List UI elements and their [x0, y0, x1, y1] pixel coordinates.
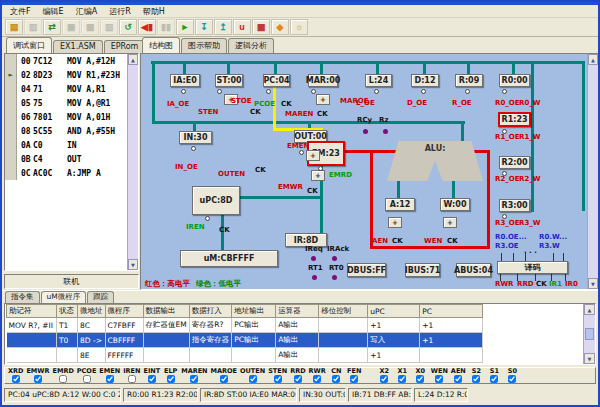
- scroll-down-icon[interactable]: ▼: [128, 259, 138, 270]
- breakpoint-gutter[interactable]: ►: [5, 96, 17, 110]
- table-row[interactable]: T0 8D -> CBFFFF 指令寄存器 PC输出 A输出 写入 +1: [7, 333, 483, 348]
- table-header-cell[interactable]: 地址输出: [232, 305, 276, 318]
- table-header-cell[interactable]: PC: [420, 305, 483, 318]
- signal-checkbox-input[interactable]: [350, 375, 358, 383]
- breakpoint-gutter[interactable]: ►: [5, 82, 17, 96]
- code-line[interactable]: ► 02 8D23 MOV R1,#23H: [5, 68, 127, 82]
- signal-checkbox[interactable]: IREN: [123, 368, 140, 383]
- signal-checkbox[interactable]: ELP: [163, 368, 178, 383]
- scroll-down-icon[interactable]: ▼: [588, 278, 598, 289]
- breakpoint-gutter[interactable]: ►: [5, 110, 17, 124]
- signal-checkbox-input[interactable]: [313, 375, 321, 383]
- toolbar-button[interactable]: ◀▮: [138, 19, 156, 35]
- signal-checkbox-input[interactable]: [59, 375, 67, 383]
- scroll-up-icon[interactable]: ▲: [588, 54, 598, 65]
- toolbar-button[interactable]: ▦: [62, 19, 80, 35]
- table-header-cell[interactable]: uPC: [368, 305, 420, 318]
- signal-checkbox-input[interactable]: [220, 375, 228, 383]
- breakpoint-gutter[interactable]: ►: [5, 166, 17, 180]
- toolbar-button[interactable]: ◆: [271, 19, 289, 35]
- signal-checkbox[interactable]: CN: [329, 368, 344, 383]
- signal-checkbox-input[interactable]: [12, 375, 20, 383]
- signal-checkbox[interactable]: MAREN: [181, 368, 207, 383]
- toolbar-button[interactable]: u: [233, 19, 251, 35]
- signal-checkbox[interactable]: X2: [377, 368, 392, 383]
- signal-checkbox-input[interactable]: [332, 375, 340, 383]
- scroll-down-icon[interactable]: ▼: [584, 353, 595, 364]
- diagram-tab[interactable]: 结构图: [142, 37, 180, 53]
- signal-checkbox[interactable]: MAROE: [211, 368, 237, 383]
- signal-checkbox[interactable]: EMEN: [99, 368, 120, 383]
- signal-checkbox[interactable]: EMRD: [53, 368, 74, 383]
- signal-checkbox[interactable]: EINT: [143, 368, 160, 383]
- table-header-cell[interactable]: 微程序: [105, 305, 143, 318]
- code-line[interactable]: ► 04 71 MOV A,R1: [5, 82, 127, 96]
- toolbar-button[interactable]: ▦: [252, 19, 270, 35]
- signal-checkbox-input[interactable]: [472, 375, 480, 383]
- scroll-up-icon[interactable]: ▲: [128, 54, 138, 65]
- table-header-cell[interactable]: 数据输出: [143, 305, 189, 318]
- code-line[interactable]: ► 08 5C55 AND A,#55H: [5, 124, 127, 138]
- scroll-up-icon[interactable]: ▲: [584, 304, 595, 315]
- scrollbar-thumb[interactable]: [585, 328, 594, 340]
- signal-checkbox-input[interactable]: [148, 375, 156, 383]
- signal-checkbox[interactable]: S2: [469, 368, 484, 383]
- debug-tab[interactable]: 调试窗口: [6, 37, 52, 53]
- toolbar-button[interactable]: ▤: [5, 19, 23, 35]
- code-line[interactable]: ► 0C AC0C A:JMP A: [5, 166, 127, 180]
- signal-checkbox-input[interactable]: [398, 375, 406, 383]
- signal-checkbox[interactable]: X0: [413, 368, 428, 383]
- signal-checkbox[interactable]: RWR: [309, 368, 326, 383]
- signal-checkbox-input[interactable]: [435, 375, 443, 383]
- toolbar-button[interactable]: ▮▮: [157, 19, 175, 35]
- menu-item[interactable]: 帮助H: [137, 6, 171, 17]
- table-row[interactable]: 8E FFFFFF A输出 +1: [7, 348, 483, 363]
- signal-checkbox[interactable]: AEN: [451, 368, 466, 383]
- toolbar-button[interactable]: ▥: [100, 19, 118, 35]
- toolbar-button[interactable]: ↥: [214, 19, 232, 35]
- code-line[interactable]: ► 0B C4 OUT: [5, 152, 127, 166]
- signal-checkbox[interactable]: OUTEN: [240, 368, 265, 383]
- menu-item[interactable]: 文件F: [4, 6, 37, 17]
- signal-checkbox-input[interactable]: [416, 375, 424, 383]
- breakpoint-gutter[interactable]: ►: [5, 54, 17, 68]
- signal-checkbox[interactable]: S0: [505, 368, 520, 383]
- signal-checkbox[interactable]: X1: [395, 368, 410, 383]
- breakpoint-gutter[interactable]: ►: [5, 138, 17, 152]
- signal-checkbox[interactable]: PCOE: [77, 368, 97, 383]
- toolbar-button[interactable]: ☼: [290, 19, 308, 35]
- code-scrollbar[interactable]: ▲ ▼: [127, 54, 138, 270]
- signal-checkbox-input[interactable]: [167, 375, 175, 383]
- code-line[interactable]: ► 00 7C12 MOV A,#12H: [5, 54, 127, 68]
- signal-checkbox[interactable]: WEN: [431, 368, 448, 383]
- debug-tab[interactable]: EX1.ASM: [53, 40, 103, 53]
- signal-checkbox[interactable]: XRD: [8, 368, 23, 383]
- breakpoint-gutter[interactable]: ►: [5, 68, 17, 82]
- table-header-cell[interactable]: 状态: [57, 305, 78, 318]
- toolbar-button[interactable]: ▥: [24, 19, 42, 35]
- micro-tab[interactable]: 指令集: [5, 291, 40, 303]
- signal-checkbox-input[interactable]: [294, 375, 302, 383]
- menu-item[interactable]: 编辑E: [37, 6, 70, 17]
- table-header-cell[interactable]: 助记符: [7, 305, 57, 318]
- breakpoint-gutter[interactable]: ►: [5, 152, 17, 166]
- diagram-scrollbar[interactable]: ▲ ▼: [587, 54, 598, 289]
- breakpoint-gutter[interactable]: ►: [5, 124, 17, 138]
- menu-item[interactable]: 运行R: [103, 6, 137, 17]
- table-header-cell[interactable]: 移位控制: [319, 305, 368, 318]
- signal-checkbox-input[interactable]: [274, 375, 282, 383]
- signal-checkbox-input[interactable]: [380, 375, 388, 383]
- signal-checkbox-input[interactable]: [83, 375, 91, 383]
- table-header-cell[interactable]: 微地址: [78, 305, 106, 318]
- signal-checkbox[interactable]: RRD: [290, 368, 305, 383]
- micro-tab[interactable]: 跟踪: [87, 291, 114, 303]
- code-line[interactable]: ► 06 7801 MOV A,01H: [5, 110, 127, 124]
- signal-checkbox-input[interactable]: [128, 375, 136, 383]
- micro-tab[interactable]: uM微程序: [41, 291, 87, 303]
- table-scrollbar[interactable]: ▲ ▼: [583, 304, 595, 364]
- toolbar-button[interactable]: ⇄: [43, 19, 61, 35]
- signal-checkbox-input[interactable]: [34, 375, 42, 383]
- signal-checkbox-input[interactable]: [249, 375, 257, 383]
- code-line[interactable]: ► 05 75 MOV A,@R1: [5, 96, 127, 110]
- table-header-cell[interactable]: 数据打入: [189, 305, 232, 318]
